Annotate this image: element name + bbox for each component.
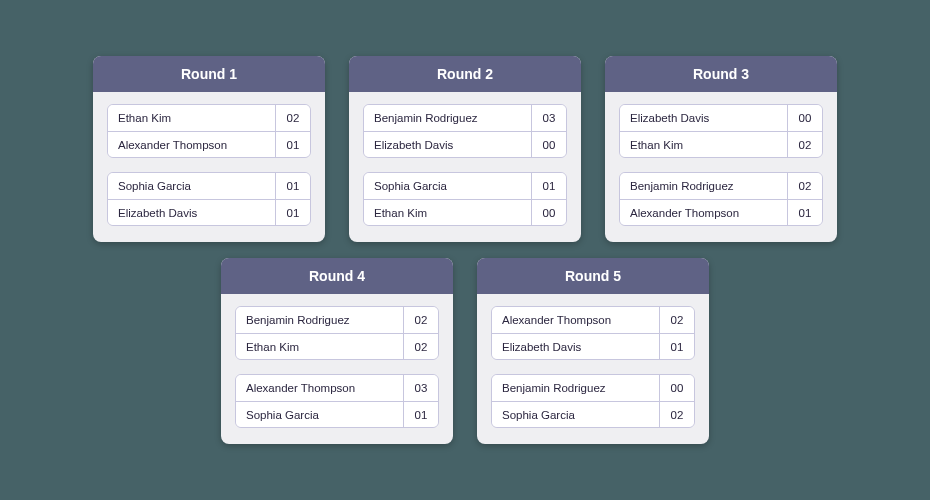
match: Benjamin Rodriguez 02 Alexander Thompson…: [619, 172, 823, 226]
player-score: 01: [276, 132, 310, 157]
round-title: Round 3: [605, 56, 837, 92]
match: Alexander Thompson 03 Sophia Garcia 01: [235, 374, 439, 428]
player-name: Elizabeth Davis: [620, 105, 788, 131]
player-name: Benjamin Rodriguez: [492, 375, 660, 401]
player-row: Sophia Garcia 01: [236, 401, 438, 427]
player-row: Ethan Kim 02: [620, 131, 822, 157]
player-row: Elizabeth Davis 01: [108, 199, 310, 225]
player-row: Alexander Thompson 03: [236, 375, 438, 401]
round-body: Alexander Thompson 02 Elizabeth Davis 01…: [477, 294, 709, 444]
player-name: Benjamin Rodriguez: [236, 307, 404, 333]
player-name: Alexander Thompson: [236, 375, 404, 401]
player-row: Sophia Garcia 02: [492, 401, 694, 427]
round-card: Round 1 Ethan Kim 02 Alexander Thompson …: [93, 56, 325, 242]
player-score: 02: [404, 307, 438, 333]
player-name: Sophia Garcia: [364, 173, 532, 199]
player-name: Ethan Kim: [364, 200, 532, 225]
round-card: Round 4 Benjamin Rodriguez 02 Ethan Kim …: [221, 258, 453, 444]
player-name: Sophia Garcia: [108, 173, 276, 199]
player-score: 03: [532, 105, 566, 131]
player-row: Sophia Garcia 01: [108, 173, 310, 199]
player-row: Alexander Thompson 02: [492, 307, 694, 333]
match: Sophia Garcia 01 Ethan Kim 00: [363, 172, 567, 226]
match: Benjamin Rodriguez 02 Ethan Kim 02: [235, 306, 439, 360]
player-name: Ethan Kim: [236, 334, 404, 359]
player-score: 03: [404, 375, 438, 401]
player-score: 01: [276, 173, 310, 199]
bracket-row-top: Round 1 Ethan Kim 02 Alexander Thompson …: [93, 56, 837, 242]
player-name: Ethan Kim: [620, 132, 788, 157]
player-name: Alexander Thompson: [492, 307, 660, 333]
round-card: Round 3 Elizabeth Davis 00 Ethan Kim 02 …: [605, 56, 837, 242]
player-score: 01: [276, 200, 310, 225]
round-body: Elizabeth Davis 00 Ethan Kim 02 Benjamin…: [605, 92, 837, 242]
player-row: Alexander Thompson 01: [620, 199, 822, 225]
player-score: 02: [276, 105, 310, 131]
player-score: 02: [660, 307, 694, 333]
player-name: Alexander Thompson: [108, 132, 276, 157]
player-score: 01: [788, 200, 822, 225]
match: Sophia Garcia 01 Elizabeth Davis 01: [107, 172, 311, 226]
player-row: Ethan Kim 00: [364, 199, 566, 225]
round-body: Benjamin Rodriguez 02 Ethan Kim 02 Alexa…: [221, 294, 453, 444]
player-row: Elizabeth Davis 00: [620, 105, 822, 131]
player-name: Benjamin Rodriguez: [364, 105, 532, 131]
player-name: Elizabeth Davis: [364, 132, 532, 157]
player-name: Ethan Kim: [108, 105, 276, 131]
player-row: Ethan Kim 02: [236, 333, 438, 359]
player-score: 01: [532, 173, 566, 199]
player-name: Benjamin Rodriguez: [620, 173, 788, 199]
round-body: Ethan Kim 02 Alexander Thompson 01 Sophi…: [93, 92, 325, 242]
player-score: 02: [404, 334, 438, 359]
player-row: Elizabeth Davis 00: [364, 131, 566, 157]
player-score: 01: [404, 402, 438, 427]
round-title: Round 4: [221, 258, 453, 294]
player-score: 02: [660, 402, 694, 427]
player-score: 02: [788, 173, 822, 199]
match: Ethan Kim 02 Alexander Thompson 01: [107, 104, 311, 158]
match: Benjamin Rodriguez 00 Sophia Garcia 02: [491, 374, 695, 428]
match: Elizabeth Davis 00 Ethan Kim 02: [619, 104, 823, 158]
round-card: Round 5 Alexander Thompson 02 Elizabeth …: [477, 258, 709, 444]
round-body: Benjamin Rodriguez 03 Elizabeth Davis 00…: [349, 92, 581, 242]
round-title: Round 2: [349, 56, 581, 92]
player-score: 00: [532, 132, 566, 157]
player-row: Elizabeth Davis 01: [492, 333, 694, 359]
player-score: 00: [788, 105, 822, 131]
player-row: Alexander Thompson 01: [108, 131, 310, 157]
match: Alexander Thompson 02 Elizabeth Davis 01: [491, 306, 695, 360]
player-name: Elizabeth Davis: [108, 200, 276, 225]
round-title: Round 1: [93, 56, 325, 92]
player-score: 02: [788, 132, 822, 157]
player-row: Ethan Kim 02: [108, 105, 310, 131]
player-name: Elizabeth Davis: [492, 334, 660, 359]
player-row: Benjamin Rodriguez 03: [364, 105, 566, 131]
player-row: Benjamin Rodriguez 02: [236, 307, 438, 333]
player-score: 00: [660, 375, 694, 401]
player-score: 00: [532, 200, 566, 225]
round-title: Round 5: [477, 258, 709, 294]
player-row: Sophia Garcia 01: [364, 173, 566, 199]
player-name: Sophia Garcia: [236, 402, 404, 427]
player-row: Benjamin Rodriguez 02: [620, 173, 822, 199]
bracket-row-bottom: Round 4 Benjamin Rodriguez 02 Ethan Kim …: [221, 258, 709, 444]
match: Benjamin Rodriguez 03 Elizabeth Davis 00: [363, 104, 567, 158]
player-name: Alexander Thompson: [620, 200, 788, 225]
player-score: 01: [660, 334, 694, 359]
round-card: Round 2 Benjamin Rodriguez 03 Elizabeth …: [349, 56, 581, 242]
player-name: Sophia Garcia: [492, 402, 660, 427]
player-row: Benjamin Rodriguez 00: [492, 375, 694, 401]
